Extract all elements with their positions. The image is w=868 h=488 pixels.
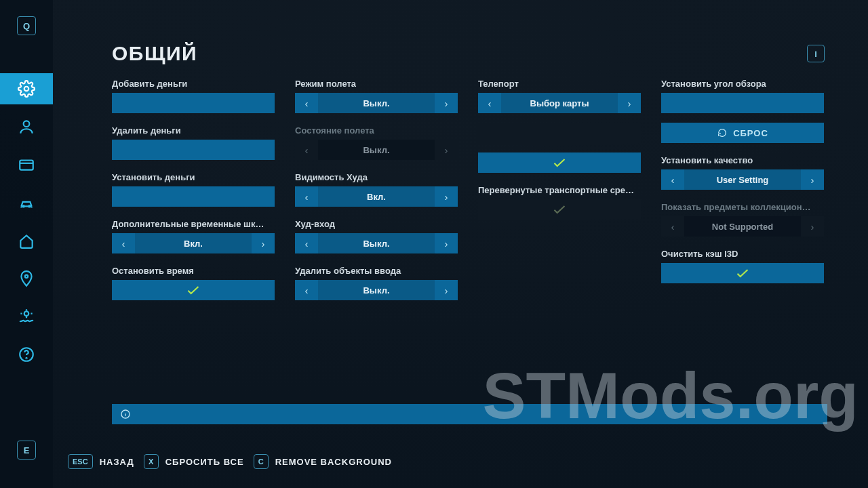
svg-point-0 [24, 87, 29, 92]
footer-reset-label: СБРОСИТЬ ВСЕ [165, 457, 244, 467]
column-teleport: Телепорт ‹ Выбор карты › Перевернутые тр… [478, 76, 641, 310]
chevron-left-icon[interactable]: ‹ [295, 93, 318, 113]
selector-value: Вкл. [318, 186, 435, 207]
input-add-money[interactable] [112, 93, 275, 113]
chevron-right-icon: › [435, 140, 458, 160]
sidebar-item-finance[interactable] [0, 149, 53, 180]
chevron-right-icon[interactable]: › [435, 186, 458, 207]
svg-point-1 [24, 121, 30, 127]
sidebar-item-field[interactable] [0, 263, 53, 294]
chevron-left-icon[interactable]: ‹ [295, 186, 318, 207]
selector-teleport[interactable]: ‹ Выбор карты › [478, 93, 641, 113]
sidebar-item-environment[interactable] [0, 301, 53, 332]
selector-hud-visibility[interactable]: ‹ Вкл. › [295, 186, 458, 207]
footer-back-label: НАЗАД [100, 457, 134, 467]
check-icon [736, 268, 749, 279]
svg-point-4 [28, 205, 30, 207]
selector-flight-mode[interactable]: ‹ Выкл. › [295, 93, 458, 113]
sidebar-top-key[interactable]: Q [17, 16, 36, 35]
sidebar-item-farm[interactable] [0, 225, 53, 256]
chevron-right-icon: › [801, 216, 824, 237]
map-icon [18, 270, 35, 287]
refresh-icon [717, 127, 728, 138]
sidebar-bottom-key[interactable]: E [17, 441, 36, 460]
chevron-left-icon: ‹ [661, 216, 684, 237]
chevron-right-icon[interactable]: › [252, 233, 275, 253]
selector-value: Выкл. [318, 280, 435, 300]
chevron-right-icon[interactable]: › [435, 233, 458, 253]
chevron-left-icon[interactable]: ‹ [295, 280, 318, 300]
chevron-right-icon[interactable]: › [618, 93, 641, 113]
sidebar-item-player[interactable] [0, 111, 53, 142]
label-remove-money: Удалить деньги [112, 125, 275, 136]
user-icon [18, 118, 35, 136]
sidebar: Q E [0, 0, 53, 488]
gear-icon [18, 80, 35, 98]
check-icon [553, 204, 566, 215]
label-teleport: Телепорт [478, 79, 641, 89]
chevron-right-icon[interactable]: › [801, 169, 824, 190]
label-stop-time: Остановить время [112, 266, 275, 276]
button-teleport-confirm[interactable] [478, 152, 641, 173]
label-extra-timescale: Дополнительные временные шк… [112, 219, 275, 229]
key-esc: ESC [68, 454, 93, 469]
label-set-fov: Установить угол обзора [661, 79, 824, 89]
label-show-collectibles: Показать предметы коллекцион… [661, 202, 824, 212]
selector-value: Выкл. [318, 233, 435, 253]
chevron-left-icon: ‹ [295, 140, 318, 160]
selector-hud-input[interactable]: ‹ Выкл. › [295, 233, 458, 253]
selector-extra-timescale[interactable]: ‹ Вкл. › [112, 233, 275, 253]
input-set-fov[interactable] [661, 93, 824, 113]
selector-delete-inputs[interactable]: ‹ Выкл. › [295, 280, 458, 300]
button-stop-time[interactable] [112, 280, 275, 300]
footer-bg-label: REMOVE BACKGROUND [275, 457, 392, 467]
footer-back[interactable]: ESC НАЗАД [66, 453, 136, 470]
input-remove-money[interactable] [112, 140, 275, 160]
label-set-money: Установить деньги [112, 172, 275, 182]
reset-label: СБРОС [733, 128, 768, 138]
info-icon [120, 409, 131, 420]
column-view-quality: Установить угол обзора СБРОС Установить … [661, 76, 824, 310]
chevron-left-icon[interactable]: ‹ [661, 169, 684, 190]
selector-value: Выбор карты [501, 93, 618, 113]
key-x: X [144, 454, 159, 469]
column-money: Добавить деньги Удалить деньги Установит… [112, 76, 275, 310]
footer-hints: ESC НАЗАД X СБРОСИТЬ ВСЕ C REMOVE BACKGR… [66, 453, 393, 470]
input-set-money[interactable] [112, 186, 275, 207]
card-icon [18, 156, 35, 174]
chevron-right-icon[interactable]: › [435, 93, 458, 113]
selector-value: Not Supported [684, 216, 801, 237]
selector-show-collectibles: ‹ Not Supported › [661, 216, 824, 237]
label-delete-inputs: Удалить объекты ввода [295, 266, 458, 276]
button-reset-fov[interactable]: СБРОС [661, 123, 824, 143]
svg-point-3 [23, 205, 24, 207]
info-button[interactable]: i [807, 45, 825, 62]
check-icon [553, 157, 566, 168]
sidebar-item-vehicle[interactable] [0, 187, 53, 218]
column-flight-hud: Режим полета ‹ Выкл. › Состояние полета … [295, 76, 458, 310]
footer-reset-all[interactable]: X СБРОСИТЬ ВСЕ [142, 453, 245, 470]
label-hud-visibility: Видимость Худа [295, 172, 458, 182]
chevron-left-icon[interactable]: ‹ [295, 233, 318, 253]
settings-grid: Добавить деньги Удалить деньги Установит… [112, 76, 824, 310]
sidebar-item-settings[interactable] [0, 73, 53, 104]
label-flight-state: Состояние полета [295, 125, 458, 136]
button-clear-cache[interactable] [661, 263, 824, 283]
footer-remove-bg[interactable]: C REMOVE BACKGROUND [252, 453, 393, 470]
selector-value: Выкл. [318, 140, 435, 160]
chevron-left-icon[interactable]: ‹ [112, 233, 135, 253]
check-icon [186, 285, 200, 296]
input-teleport-target[interactable] [478, 123, 641, 143]
help-icon [18, 346, 35, 363]
svg-point-5 [25, 275, 28, 278]
chevron-right-icon[interactable]: › [435, 280, 458, 300]
chevron-left-icon[interactable]: ‹ [478, 93, 501, 113]
page-title: ОБЩИЙ [112, 42, 827, 65]
selector-set-quality[interactable]: ‹ User Setting › [661, 169, 824, 190]
sun-water-icon [18, 308, 35, 325]
button-tip-vehicles[interactable] [478, 199, 641, 220]
label-clear-cache: Очистить кэш I3D [661, 249, 824, 259]
label-hud-input: Худ-вход [295, 219, 458, 229]
sidebar-item-help[interactable] [0, 339, 53, 370]
selector-flight-state: ‹ Выкл. › [295, 140, 458, 160]
